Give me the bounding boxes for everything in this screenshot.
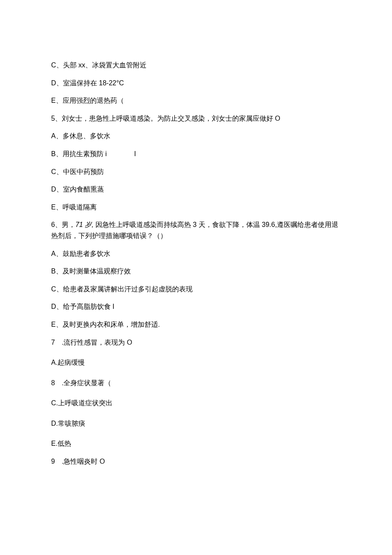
q7-option-e: E.低热 bbox=[51, 438, 341, 449]
q6-option-e: E、及时更换内衣和床单，增加舒适. bbox=[51, 319, 341, 330]
q4-option-c: C、头部 xx、冰袋置大血管附近 bbox=[51, 60, 341, 71]
q7-stem: 7 .流行性感冒，表现为 O bbox=[51, 337, 341, 348]
q7-option-d: D.常咳脓痰 bbox=[51, 418, 341, 429]
q5-option-a: A、多休息、多饮水 bbox=[51, 131, 341, 142]
q6-option-b: B、及时测量体温观察疗效 bbox=[51, 266, 341, 277]
q5-option-b: B、用抗生素预防 i I bbox=[51, 148, 341, 160]
q7-option-8: 8 .全身症状显著（ bbox=[51, 378, 341, 389]
q6-stem: 6、男，71 岁, 因急性上呼吸道感染而持续高热 3 天，食欲下降，体温 39.… bbox=[51, 219, 341, 241]
q6-stem-italic: 71 岁, bbox=[75, 221, 94, 228]
q5-option-d: D、室内食醋熏蒸 bbox=[51, 184, 341, 195]
q4-option-e: E、应用强烈的退热药（ bbox=[51, 95, 341, 106]
q6-option-a: A、鼓励患者多饮水 bbox=[51, 248, 341, 259]
q6-option-c: C、给患者及家属讲解出汗过多引起虚脱的表现 bbox=[51, 284, 341, 295]
q9-stem: 9 .急性咽炎时 O bbox=[51, 456, 341, 467]
q6-stem-part2: 因急性上呼吸道感染而持续高热 3 天，食欲下降，体温 39.6,遵医嘱给患者使用… bbox=[51, 221, 338, 239]
q7-option-a: A.起病缓慢 bbox=[51, 357, 341, 368]
q7-option-c: C.上呼吸道症状突出 bbox=[51, 398, 341, 409]
q4-option-d: D、室温保持在 18-22°C bbox=[51, 78, 341, 89]
q5-option-c: C、中医中药预防 bbox=[51, 166, 341, 177]
q6-stem-part1: 6、男， bbox=[51, 221, 75, 228]
q6-option-d: D、给予高脂肪饮食 I bbox=[51, 301, 341, 312]
q5-option-e: E、呼吸道隔离 bbox=[51, 202, 341, 213]
q5-stem: 5、刘女士，患急性上呼吸道感染。为防止交叉感染，刘女士的家属应做好 O bbox=[51, 113, 341, 124]
